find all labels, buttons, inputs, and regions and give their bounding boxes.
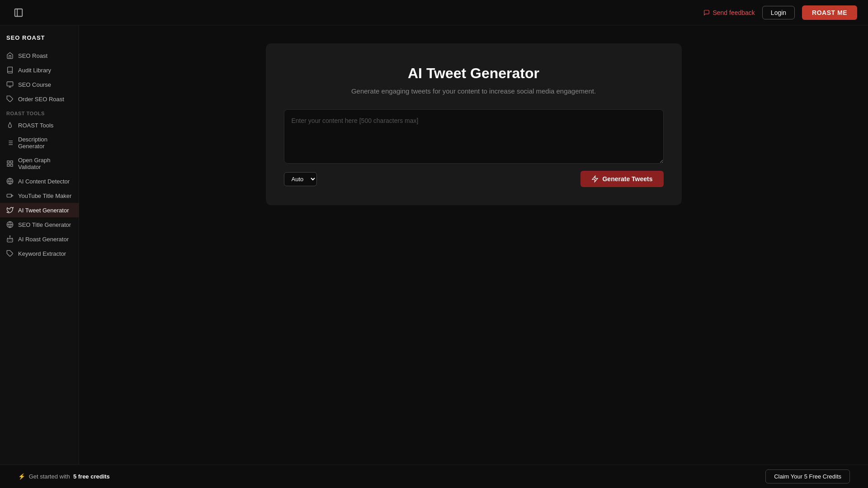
sidebar: SEO ROAST SEO Roast Audit Library SEO Co… — [0, 25, 79, 465]
roastme-button[interactable]: ROAST ME — [802, 5, 857, 20]
svg-rect-18 — [7, 194, 11, 197]
header: Send feedback Login ROAST ME — [0, 0, 868, 25]
sidebar-item-ai-content-detector[interactable]: AI Content Detector — [0, 174, 79, 188]
sidebar-item-open-graph-validator[interactable]: Open Graph Validator — [0, 153, 79, 174]
video-icon — [6, 192, 14, 199]
claim-credits-button[interactable]: Claim Your 5 Free Credits — [765, 469, 850, 483]
toggle-sidebar-button[interactable] — [11, 5, 26, 20]
send-feedback-button[interactable]: Send feedback — [703, 9, 755, 16]
content-textarea[interactable] — [284, 109, 664, 164]
book-icon — [6, 66, 14, 74]
svg-rect-13 — [10, 161, 13, 163]
sidebar-item-label: Order SEO Roast — [18, 96, 64, 103]
sidebar-item-seo-course[interactable]: SEO Course — [0, 77, 79, 92]
header-right: Send feedback Login ROAST ME — [703, 5, 857, 20]
svg-rect-0 — [15, 9, 23, 16]
monitor-icon — [6, 81, 14, 88]
language-select[interactable]: Auto — [284, 172, 317, 186]
sidebar-item-label: AI Roast Generator — [18, 236, 69, 243]
list-icon — [6, 139, 14, 146]
sidebar-item-label: AI Content Detector — [18, 178, 70, 185]
grid-icon — [6, 160, 14, 167]
login-button[interactable]: Login — [762, 6, 795, 19]
tag2-icon — [6, 250, 14, 257]
robot-icon — [6, 235, 14, 243]
svg-rect-22 — [7, 239, 13, 242]
sidebar-item-label: SEO Roast — [18, 52, 47, 59]
tag-icon — [6, 95, 14, 103]
svg-marker-29 — [592, 176, 598, 182]
textarea-actions: Auto Generate Tweets — [284, 171, 664, 187]
svg-point-23 — [9, 236, 10, 236]
sidebar-item-seo-title-generator[interactable]: SEO Title Generator — [0, 217, 79, 232]
sidebar-item-label: YouTube Title Maker — [18, 192, 71, 199]
home-icon — [6, 52, 14, 59]
credits-highlight: 5 free credits — [73, 473, 110, 480]
globe-icon — [6, 178, 14, 185]
header-left — [11, 5, 26, 20]
credits-prefix: Get started with — [29, 473, 70, 480]
sidebar-item-label: Open Graph Validator — [18, 157, 72, 170]
tool-card: AI Tweet Generator Generate engaging twe… — [266, 43, 682, 205]
app-body: SEO ROAST SEO Roast Audit Library SEO Co… — [0, 25, 868, 465]
generate-tweets-button[interactable]: Generate Tweets — [580, 171, 663, 187]
sidebar-item-label: ROAST Tools — [18, 122, 53, 129]
svg-rect-14 — [7, 164, 9, 166]
svg-marker-19 — [11, 195, 13, 197]
svg-rect-15 — [10, 164, 13, 166]
sidebar-item-youtube-title-maker[interactable]: YouTube Title Maker — [0, 188, 79, 203]
sidebar-item-order-seo-roast[interactable]: Order SEO Roast — [0, 92, 79, 106]
sidebar-item-ai-tweet-generator[interactable]: AI Tweet Generator — [0, 203, 79, 217]
bird-icon — [6, 206, 14, 214]
sidebar-item-description-generator[interactable]: Description Generator — [0, 132, 79, 153]
sidebar-item-label: AI Tweet Generator — [18, 207, 69, 214]
sidebar-item-label: Audit Library — [18, 67, 51, 74]
tool-description: Generate engaging tweets for your conten… — [284, 87, 664, 95]
tool-title: AI Tweet Generator — [284, 65, 664, 82]
sidebar-item-label: SEO Title Generator — [18, 221, 71, 228]
sidebar-item-audit-library[interactable]: Audit Library — [0, 63, 79, 77]
sidebar-item-label: Description Generator — [18, 136, 72, 150]
fire-icon — [6, 122, 14, 129]
sidebar-item-roast-tools[interactable]: ROAST Tools — [0, 118, 79, 132]
sidebar-item-seo-roast[interactable]: SEO Roast — [0, 48, 79, 63]
bottom-bar: ⚡ Get started with 5 free credits Claim … — [0, 465, 868, 488]
svg-rect-12 — [7, 161, 9, 163]
brand-label: SEO ROAST — [0, 33, 79, 48]
sidebar-item-label: SEO Course — [18, 81, 51, 88]
main-content: AI Tweet Generator Generate engaging twe… — [79, 25, 868, 465]
sidebar-item-label: Keyword Extractor — [18, 250, 66, 257]
lightning-icon — [591, 175, 599, 183]
sidebar-item-ai-roast-generator[interactable]: AI Roast Generator — [0, 232, 79, 246]
credits-text: ⚡ Get started with 5 free credits — [18, 473, 110, 480]
sidebar-item-keyword-extractor[interactable]: Keyword Extractor — [0, 246, 79, 261]
lightning-icon: ⚡ — [18, 473, 25, 480]
send-feedback-label: Send feedback — [712, 9, 755, 16]
svg-rect-2 — [7, 82, 13, 86]
globe2-icon — [6, 221, 14, 228]
generate-button-label: Generate Tweets — [602, 175, 652, 183]
tools-section-label: ROAST Tools — [0, 106, 79, 118]
